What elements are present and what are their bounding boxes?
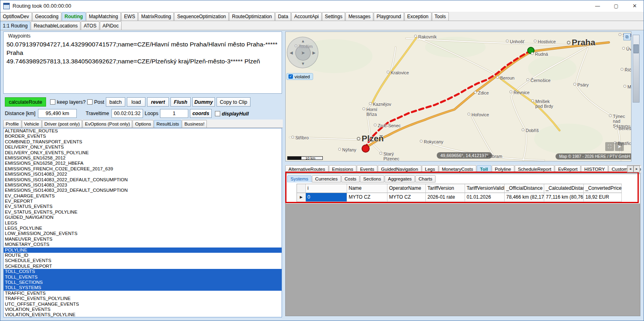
list-item-traffic-events[interactable]: TRAFFIC_EVENTS: [4, 291, 282, 296]
tab-charts[interactable]: Charts: [415, 175, 436, 183]
map-locate-button-icon[interactable]: ➤: [615, 142, 624, 151]
zoom-slider[interactable]: [633, 35, 640, 103]
list-item-emissions-iso14083-2023-default-consumption[interactable]: EMISSIONS_ISO14083_2023_DEFAULT_CONSUMPT…: [4, 188, 282, 193]
tab-resultlists[interactable]: ResultLists: [154, 120, 181, 128]
tab-tools[interactable]: Tools: [432, 12, 449, 21]
tab-1-1-routing[interactable]: 1:1 Routing: [0, 21, 30, 30]
map-canvas[interactable]: ToužimRakovníkUnhošťHostivicePrahaSestaj…: [285, 31, 631, 162]
list-item-combined-transport-events[interactable]: COMBINED_TRANSPORT_EVENTS: [4, 139, 282, 145]
list-item-alternative-routes[interactable]: ALTERNATIVE_ROUTES: [4, 128, 282, 134]
grid-cell-tariffversion[interactable]: 2026-01 rate: [426, 193, 465, 202]
calculate-route-button[interactable]: calculateRoute: [5, 97, 46, 107]
list-item-ev-report[interactable]: EV_REPORT: [4, 199, 282, 204]
list-item-violation-events[interactable]: VIOLATION_EVENTS: [4, 307, 282, 312]
tab-geocoding[interactable]: Geocoding: [32, 12, 61, 21]
list-item-traffic-events-polyline[interactable]: TRAFFIC_EVENTS_POLYLINE: [4, 296, 282, 301]
tab-costs[interactable]: Costs: [341, 175, 360, 183]
load-button[interactable]: load: [127, 97, 145, 107]
list-item-emissions-en16258-2012[interactable]: EMISSIONS_EN16258_2012: [4, 155, 282, 161]
tab-evreport[interactable]: EvReport: [555, 165, 581, 173]
tab-settings[interactable]: Settings: [322, 12, 345, 21]
tab-systems[interactable]: Systems: [287, 175, 311, 183]
distance-field[interactable]: 95,490 km: [38, 109, 77, 118]
tab-playground[interactable]: Playground: [374, 12, 404, 21]
tab-events[interactable]: Events: [357, 165, 377, 173]
tab-sequenceoptimization[interactable]: SequenceOptimization: [174, 12, 229, 21]
list-item-emissions-french-co2e-decree-2017-639[interactable]: EMISSIONS_FRENCH_CO2E_DECREE_2017_639: [4, 166, 282, 172]
tab-vehicle[interactable]: Vehicle: [22, 120, 42, 128]
grid-corner-header[interactable]: [297, 184, 306, 193]
dummy-button[interactable]: Dummy: [192, 97, 215, 107]
list-item-utc-offset-change-events[interactable]: UTC_OFFSET_CHANGE_EVENTS: [4, 302, 282, 307]
tab-emissions[interactable]: Emissions: [329, 165, 356, 173]
list-item-emissions-iso14083-2022-default-consumption[interactable]: EMISSIONS_ISO14083_2022_DEFAULT_CONSUMPT…: [4, 177, 282, 183]
grid-cell-tariffversionvalidfr[interactable]: 01.01.2026: [465, 193, 505, 202]
pan-up-icon[interactable]: ▲: [301, 39, 305, 43]
grid-column-header-i[interactable]: i: [306, 184, 347, 193]
list-item-maneuver-events[interactable]: MANEUVER_EVENTS: [4, 237, 282, 242]
map-pan-control[interactable]: ▲ ▼ ◀ ▶ ➤: [287, 37, 318, 68]
tab-profile[interactable]: Profile: [3, 120, 21, 128]
grid-cell-officialdistance[interactable]: 78,466 km (82,17...: [505, 193, 544, 202]
list-item-ev-charge-events[interactable]: EV_CHARGE_EVENTS: [4, 193, 282, 199]
pan-down-icon[interactable]: ▼: [301, 62, 305, 66]
tab-messages[interactable]: Messages: [345, 12, 373, 21]
violated-checkbox[interactable]: ✓ violated: [286, 73, 313, 80]
tab-history[interactable]: HISTORY: [581, 165, 608, 173]
grid-cell-operatorname[interactable]: MYTO CZ: [387, 193, 426, 202]
grid-column-header-operatorname[interactable]: OperatorName: [387, 184, 426, 193]
grid-column-header-officialdistance[interactable]: _OfficialDistance: [505, 184, 544, 193]
tab-exception[interactable]: Exception: [404, 12, 431, 21]
list-item-monetary-costs[interactable]: MONETARY_COSTS: [4, 242, 282, 247]
maximize-button-icon[interactable]: ▢: [607, 0, 625, 12]
batch-button[interactable]: batch: [106, 97, 125, 107]
tab-currencies[interactable]: Currencies: [312, 175, 341, 183]
tab-matrixrouting[interactable]: MatrixRouting: [138, 12, 174, 21]
list-item-emissions-iso14083-2022[interactable]: EMISSIONS_ISO14083_2022: [4, 172, 282, 177]
list-item-delivery-only-events[interactable]: DELIVERY_ONLY_EVENTS: [4, 145, 282, 150]
copy-to-clip-button[interactable]: Copy to Clip: [217, 97, 250, 107]
tab-ews[interactable]: EWS: [121, 12, 138, 21]
tab-atos[interactable]: ATOS: [81, 21, 99, 30]
pan-center-icon[interactable]: ➤: [295, 45, 311, 61]
grid-cell-convertedprice[interactable]: 18,92 EUR: [584, 193, 622, 202]
list-item-schedule-events[interactable]: SCHEDULE_EVENTS: [4, 258, 282, 263]
loops-field[interactable]: 1: [160, 109, 188, 118]
tab-scroll-right-icon[interactable]: ►: [633, 166, 640, 172]
tab-guidednavigation[interactable]: GuidedNavigation: [378, 165, 421, 173]
zoom-slider-thumb[interactable]: [633, 44, 639, 53]
list-item-ev-status-events[interactable]: EV_STATUS_EVENTS: [4, 204, 282, 209]
keep-layers-checkbox[interactable]: keep layers?: [50, 97, 86, 107]
tab-monetarycosts[interactable]: MonetaryCosts: [439, 165, 476, 173]
tab-aggregates[interactable]: Aggregates: [385, 175, 415, 183]
tab-evoptions-post-only[interactable]: EvOptions (Post only): [82, 120, 132, 128]
tab-schedulereport[interactable]: ScheduleReport: [515, 165, 554, 173]
list-item-toll-events[interactable]: TOLL_EVENTS: [4, 275, 282, 280]
flush-button[interactable]: Flush: [170, 97, 191, 107]
coords-button[interactable]: coords: [190, 109, 212, 118]
grid-column-header-tariffversionvalidfr[interactable]: TariffVersionValidFr: [465, 184, 505, 193]
tab-polyline[interactable]: Polyline: [492, 165, 514, 173]
grid-column-header-calculateddistanc[interactable]: _CalculatedDistanc: [544, 184, 584, 193]
tab-options[interactable]: Options: [133, 120, 154, 128]
list-item-schedule-report[interactable]: SCHEDULE_REPORT: [4, 264, 282, 269]
list-item-toll-costs[interactable]: TOLL_COSTS: [4, 269, 282, 274]
tab-reachablelocations[interactable]: ReachableLocations: [31, 21, 80, 30]
grid-cell-calculateddistanc[interactable]: 77,116 km (80,76...: [544, 193, 584, 202]
list-item-delivery-only-events-polyline[interactable]: DELIVERY_ONLY_EVENTS_POLYLINE: [4, 150, 282, 155]
list-item-emissions-iso14083-2023[interactable]: EMISSIONS_ISO14083_2023: [4, 183, 282, 188]
grid-column-header-tariffversion[interactable]: TariffVersion: [426, 184, 465, 193]
close-button-icon[interactable]: ✕: [625, 0, 644, 12]
grid-column-header-name[interactable]: Name: [347, 184, 387, 193]
list-item-low-emission-zone-events[interactable]: LOW_EMISSION_ZONE_EVENTS: [4, 231, 282, 236]
tab-sections[interactable]: Sections: [360, 175, 384, 183]
post-checkbox[interactable]: Post: [87, 97, 104, 107]
tab-legs[interactable]: Legs: [422, 165, 438, 173]
list-item-ev-status-events-polyline[interactable]: EV_STATUS_EVENTS_POLYLINE: [4, 210, 282, 215]
list-item-border-events[interactable]: BORDER_EVENTS: [4, 134, 282, 139]
tab-apidoc[interactable]: APiDoc: [100, 21, 122, 30]
list-item-legs-polyline[interactable]: LEGS_POLYLINE: [4, 226, 282, 231]
revert-button[interactable]: revert: [147, 97, 169, 107]
list-item-legs[interactable]: LEGS: [4, 220, 282, 226]
tab-routing[interactable]: Routing: [62, 12, 86, 21]
